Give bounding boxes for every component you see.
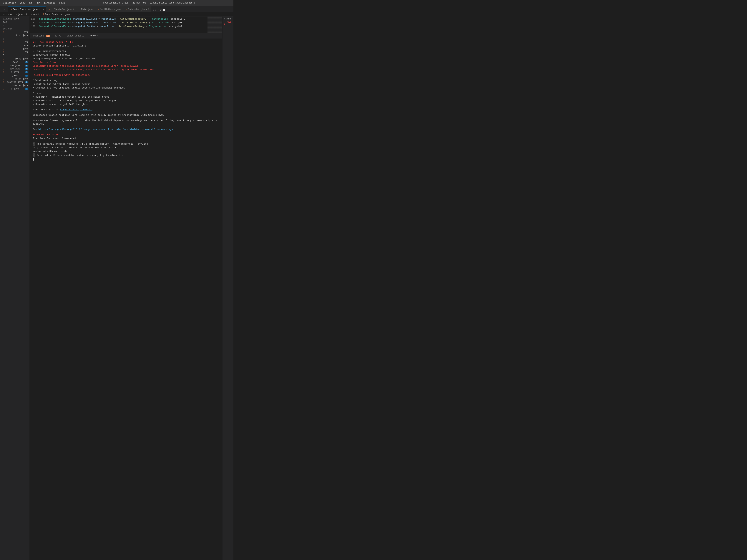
gradle-help-link[interactable]: https://help.gradle.org <box>60 108 93 111</box>
terminal-line-18: Deprecated Gradle features were used in … <box>33 113 220 117</box>
tab-output[interactable]: OUTPUT <box>52 34 65 38</box>
more-icon[interactable]: ··· <box>166 9 171 11</box>
sidebar-item-bsystem2[interactable]: Jbsystem.java <box>0 84 29 87</box>
sidebar-item-ystemjava[interactable]: Jystem.java <box>0 77 29 81</box>
java-icon-s12: J <box>3 75 4 77</box>
java-icon-s6: J <box>3 51 4 53</box>
menu-item-selection[interactable]: Selection <box>1 1 18 5</box>
w-icon: W <box>160 9 161 11</box>
sidebar-item-n[interactable]: n <box>0 24 29 27</box>
right-panel-item-1: ▶ powe <box>223 17 233 20</box>
tab-bar: ··· J RobotContainer.java 9+ ✕ J LiftAut… <box>0 6 233 12</box>
tab-overflow[interactable]: ··· <box>1 6 8 12</box>
split-editor-icon[interactable]: J <box>153 9 154 11</box>
breadcrumb-java[interactable]: java <box>18 13 23 16</box>
tab-debug-console[interactable]: DEBUG CONSOLE <box>65 34 86 38</box>
java-file-icon: J <box>10 8 12 10</box>
sidebar-item-java3[interactable]: Jjava 6 <box>0 74 29 77</box>
panel-tabs: PROBLEMS 83 OUTPUT DEBUG CONSOLE TERMINA… <box>30 33 222 39</box>
tab-label-5: IntakeCmd.java <box>128 8 147 11</box>
breadcrumb-file[interactable]: J RobotContainer.java <box>43 13 70 16</box>
right-panel: ▶ powe ✕ Java t <box>222 17 233 560</box>
tab-count-2: 3 <box>73 8 75 10</box>
terminal-line-23: ▪ The terminal process "cmd.exe /d /c gr… <box>33 142 220 150</box>
window-title: RobotContainer.java - 23-Bot-new - Visua… <box>66 2 232 4</box>
terminal-spacer-10 <box>33 140 220 142</box>
breadcrumb-robot[interactable]: robot <box>33 13 40 16</box>
code-editor[interactable]: SequentialCommandGroup chargeLeftBlueCmd… <box>37 17 207 33</box>
terminal-line-13: * Try: <box>33 91 220 95</box>
problems-badge: 83 <box>46 35 50 37</box>
sidebar-item-ava2[interactable]: Java <box>0 44 29 47</box>
code-line-137: SequentialCommandGroup chargeRightBlueCm… <box>39 21 206 25</box>
sidebar-item-esjson[interactable]: es.json <box>0 27 29 31</box>
menu-item-run[interactable]: Run <box>34 1 42 5</box>
sidebar-item-bsystem1[interactable]: Jbsystem.java 1 <box>0 81 29 84</box>
sidebar-item-tionjava[interactable]: Jtion.java <box>0 34 29 37</box>
title-bar: Selection View Go Run Terminal Help Robo… <box>0 0 233 6</box>
java-icon-s2: J <box>3 34 4 37</box>
terminal-line-2: Driver Station reported IP: 10.6.11.2 <box>33 44 220 48</box>
tab-terminal[interactable]: TERMINAL <box>86 34 101 38</box>
sidebar-item-a[interactable]: a <box>0 37 29 41</box>
menu-item-help[interactable]: Help <box>58 1 66 5</box>
sidebar-item-java2[interactable]: J.java 2 <box>0 60 29 64</box>
breadcrumb: src › main › java › frc › robot › J Robo… <box>0 12 233 17</box>
tab-label-4: MathMethods.java <box>100 8 121 11</box>
breadcrumb-frc[interactable]: frc <box>26 13 30 16</box>
breadcrumb-main[interactable]: main <box>10 13 15 16</box>
terminal-line-6: Compilation Error! <box>33 60 220 64</box>
sidebar-item-ode2[interactable]: Jode.java 1 <box>0 67 29 71</box>
tab-problems[interactable]: PROBLEMS 83 <box>31 34 52 38</box>
sidebar-item-ies[interactable]: ies <box>0 21 29 24</box>
sidebar-item-java[interactable]: J.java <box>0 47 29 51</box>
sidebar-item-va2[interactable]: Jva <box>0 51 29 54</box>
menu-item-go[interactable]: Go <box>28 1 33 5</box>
tab-count-5: 2 <box>148 8 149 10</box>
terminal-line-19: You can use '--warning-mode all' to show… <box>33 119 220 126</box>
breadcrumb-src[interactable]: src <box>3 13 7 16</box>
terminal-line-10: * What went wrong: <box>33 79 220 82</box>
sidebar-item-va[interactable]: Jva <box>0 41 29 44</box>
right-panel-item-2: ✕ Java t <box>223 20 233 26</box>
terminal-panel[interactable]: ● > Task :compileJava FAILED Driver Stat… <box>30 39 222 560</box>
java-icon-s5: J <box>3 48 4 50</box>
terminal-spacer-1 <box>33 48 220 49</box>
tab-robot-container[interactable]: J RobotContainer.java 9+ ✕ <box>8 6 46 12</box>
line-num-136: 136 <box>31 17 35 21</box>
terminal-spacer-6 <box>33 112 220 113</box>
menu-item-terminal[interactable]: Terminal <box>42 1 57 5</box>
tab-label-2: LiftAutoCmd.java <box>51 8 72 11</box>
terminal-line-3: > Task :discoverroborio <box>33 49 220 53</box>
terminal-spacer-4 <box>33 90 220 91</box>
tab-change-count: 9+ <box>40 8 42 10</box>
terminal-line-15: > Run with --info or --debug option to g… <box>33 99 220 102</box>
menu-bar[interactable]: Selection View Go Run Terminal Help <box>1 1 66 5</box>
gradle-docs-link[interactable]: https://docs.gradle.org/7.5.1/userguide/… <box>38 128 173 131</box>
sidebar-item-ava[interactable]: Java <box>0 31 29 34</box>
java-icon-s1: J <box>3 31 4 33</box>
badge-2: 2 <box>25 61 28 63</box>
terminal-spacer-2 <box>33 72 220 73</box>
terminal-line-22: 2 actionable tasks: 2 executed <box>33 137 220 140</box>
sidebar-item-3[interactable]: 3 <box>0 54 29 57</box>
tab-label: RobotContainer.java <box>13 8 38 11</box>
tab-main[interactable]: J Main.java <box>77 6 96 12</box>
tab-lift-auto[interactable]: J LiftAutoCmd.java 3 <box>46 6 77 12</box>
terminal-line-21: BUILD FAILED in 5s <box>33 133 220 136</box>
terminal-line-8: Check that all your files are saved, the… <box>33 68 220 72</box>
menu-item-view[interactable]: View <box>18 1 27 5</box>
line-num-138: 138 <box>31 25 35 28</box>
sidebar-item-cleanup[interactable]: cleanup.lock <box>0 17 29 21</box>
sidebar-item-ejava[interactable]: Je.java 7 <box>0 87 29 90</box>
java-icon-s16: J <box>3 88 4 90</box>
terminal-line-4: Discovering Target roborio <box>33 53 220 57</box>
sidebar-item-ercmd[interactable]: JerCmd.java <box>0 57 29 60</box>
tab-math[interactable]: J MathMethods.java <box>96 6 124 12</box>
tab-intake[interactable]: J IntakeCmd.java 2 <box>124 6 151 12</box>
sidebar-item-ode1[interactable]: Jode.java 1 <box>0 64 29 67</box>
tab-close-button[interactable]: ✕ <box>43 8 44 11</box>
sidebar-item-njava[interactable]: Jn.java 4 <box>0 71 29 74</box>
layout-icon: ⬜ <box>162 9 165 11</box>
java-icon-s15: J <box>3 84 4 87</box>
